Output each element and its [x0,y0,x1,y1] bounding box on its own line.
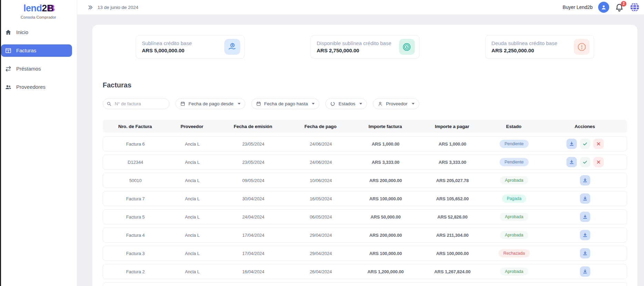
close-icon [596,141,601,147]
calendar-icon [180,101,185,106]
table-row-partial [103,282,627,286]
close-icon [596,159,601,165]
alert-octagon-icon [574,39,590,55]
stat-text: Disponible sublínea crédito base ARS 2,7… [317,40,399,53]
invoice-search-input[interactable] [114,101,166,107]
cell-invoice: D12344 [103,160,168,165]
table-row: Factura 3 Ancla L 17/04/2024 29/04/2024 … [103,246,627,261]
download-icon [582,269,588,274]
person-icon [378,101,383,106]
svg-text:$: $ [232,43,233,47]
user-avatar[interactable] [598,2,609,13]
invoice-rows: Factura 6 Ancla L 23/05/2024 24/06/2024 … [103,136,627,279]
cell-invoice: 50010 [103,178,168,183]
reject-button[interactable] [593,139,604,149]
cell-provider: Ancla L [168,214,217,220]
cell-issue-date: 30/04/2024 [217,196,290,201]
language-globe-button[interactable] [630,2,640,12]
approve-button[interactable] [580,139,590,149]
download-button[interactable] [580,212,590,222]
filter-estados[interactable]: Estados [325,98,367,109]
table-row: Factura 2 Ancla L 16/04/2024 26/04/2024 … [103,264,627,279]
stat-value: ARS 2,250,000.00 [491,47,574,53]
filter-label: Fecha de pago hasta [264,101,308,106]
cell-provider: Ancla L [168,141,217,147]
svg-text:$: $ [406,45,408,49]
cell-issue-date: 23/05/2024 [217,160,290,165]
col-header-actions: Acciones [542,124,627,129]
cell-amount-to-pay: ARS 1,000.00 [419,141,485,147]
cell-amount-to-pay: ARS 3,333.00 [419,160,485,165]
filter-label: Estados [338,101,355,106]
col-header-amount: Importe factura [351,124,419,129]
cell-amount: ARS 200,000.00 [352,178,419,183]
col-header-provider: Proveedor [167,124,216,129]
download-button[interactable] [566,139,577,149]
cell-provider: Ancla L [168,196,217,201]
cell-amount-to-pay: ARS 52,826.00 [419,214,485,220]
status-circle-icon [330,101,335,106]
console-subtitle: Consola Comprador [0,15,77,19]
download-icon [582,232,588,238]
cell-pay-date: 29/04/2024 [290,251,352,256]
chevron-down-icon [412,103,415,105]
download-button[interactable] [580,266,590,277]
sidebar-item-prestamos[interactable]: Préstamos [1,63,72,75]
download-button[interactable] [566,157,577,167]
sidebar-item-facturas[interactable]: Facturas [1,44,72,57]
download-button[interactable] [580,175,590,186]
sidebar-item-label: Facturas [16,47,36,53]
cell-status: Pendiente [485,158,543,166]
table-row: Factura 5 Ancla L 24/04/2024 06/05/2024 … [103,209,627,224]
invoice-search[interactable] [103,98,170,109]
sidebar-item-proveedores[interactable]: Proveedores [1,81,72,93]
notifications-button[interactable]: 2 [615,3,624,12]
table-row: Factura 4 Ancla L 17/04/2024 29/04/2024 … [103,227,627,243]
table-row: Factura 7 Ancla L 30/04/2024 16/05/2024 … [103,191,627,206]
chevrons-right-icon[interactable] [88,4,93,10]
status-badge: Aprobada [500,176,528,184]
stat-title: Sublínea crédito base [142,40,224,46]
cell-actions [543,157,627,167]
filter-fecha-desde[interactable]: Fecha de pago desde [175,98,245,109]
search-icon [106,101,112,106]
cell-issue-date: 24/04/2024 [217,214,290,220]
download-button[interactable] [580,248,590,258]
cell-amount: ARS 100,000.00 [352,251,419,256]
app-window: lend2B Consola Comprador Inicio Facturas… [0,0,644,286]
user-name: Buyer Lend2b [563,4,593,10]
cell-actions [543,212,627,222]
topbar: 13 de junio de 2024 Buyer Lend2b 2 [77,0,644,15]
topbar-left: 13 de junio de 2024 [88,4,139,10]
cell-status: Aprobada [485,176,543,184]
download-icon [582,196,588,201]
cell-actions [543,139,627,149]
reject-button[interactable] [593,157,604,167]
cell-actions [543,175,627,186]
cell-issue-date: 17/04/2024 [217,233,290,238]
status-badge: Pendiente [500,158,528,166]
cell-invoice: Factura 2 [103,269,168,274]
content-card: Sublínea crédito base ARS 5,000,000.00 $… [92,25,637,286]
cell-amount-to-pay: ARS 100,000.00 [419,251,485,256]
stat-card-deuda: Deuda sublínea crédito base ARS 2,250,00… [485,35,594,59]
status-badge: Aprobada [500,213,528,221]
page-title: Facturas [103,81,627,89]
filter-proveedor[interactable]: Proveedor [373,98,419,109]
download-icon [569,159,574,165]
download-button[interactable] [580,193,590,204]
cell-issue-date: 16/04/2024 [217,269,290,274]
filter-fecha-hasta[interactable]: Fecha de pago hasta [251,98,320,109]
stat-cards: Sublínea crédito base ARS 5,000,000.00 $… [103,35,627,59]
cell-pay-date: 06/05/2024 [290,214,352,220]
cell-pay-date: 29/04/2024 [290,233,352,238]
stat-text: Deuda sublínea crédito base ARS 2,250,00… [491,40,574,53]
cell-provider: Ancla L [168,178,217,183]
stat-value: ARS 2,750,000.00 [317,47,399,53]
person-icon [600,4,607,11]
approve-button[interactable] [580,157,590,167]
sidebar-item-inicio[interactable]: Inicio [1,26,72,39]
download-button[interactable] [580,230,590,240]
cell-pay-date: 24/06/2024 [290,141,352,147]
chevron-down-icon [359,103,362,105]
